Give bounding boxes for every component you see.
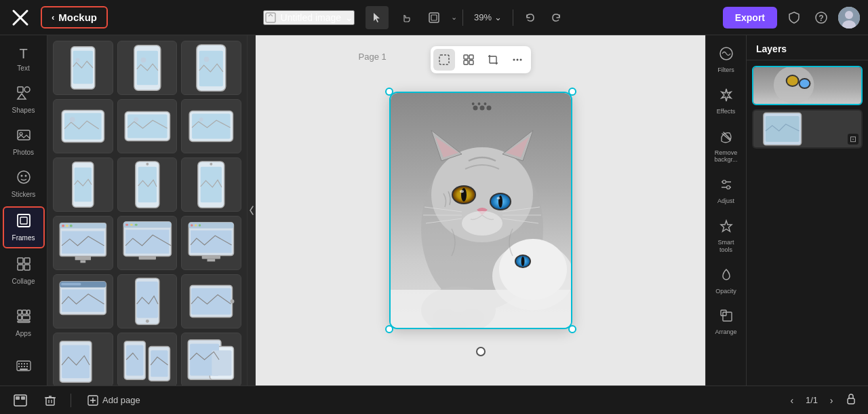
layout-tool-button[interactable] [422,6,446,29]
topbar-tools: ⌄ 39% ⌄ [366,6,568,29]
frame-thumb-12[interactable] [181,216,241,270]
effects-tool[interactable]: Effects [709,82,744,121]
svg-rect-35 [18,366,20,367]
svg-point-155 [479,106,484,111]
filters-tool[interactable]: Filters [709,41,744,79]
canvas-select-frame-button[interactable] [433,49,455,71]
export-button[interactable]: Export [723,7,777,29]
layer-item-2[interactable]: ⊡ [752,109,863,149]
frames-icon [16,213,31,231]
frame-thumb-9[interactable] [181,157,241,212]
selection-handle-br[interactable] [568,325,576,333]
arrange-tool[interactable]: Arrange [709,303,744,341]
svg-rect-47 [199,51,223,87]
frame-thumb-15[interactable] [181,274,241,328]
zoom-selector[interactable]: 39% ⌄ [469,10,507,25]
bottom-divider [71,394,71,407]
adjust-tool[interactable]: Adjust [709,172,744,210]
next-page-button[interactable]: › [823,392,840,409]
frame-thumb-11[interactable] [117,216,178,270]
svg-rect-50 [64,113,102,140]
selection-handle-tl[interactable] [385,88,393,96]
frame-thumb-7[interactable] [53,157,113,212]
svg-rect-29 [18,321,30,322]
canvas-more-button[interactable] [507,49,528,71]
sidebar-item-photos[interactable]: Photos [3,122,45,162]
rotation-handle[interactable] [476,347,486,356]
frame-thumb-8[interactable] [117,157,178,212]
sidebar: T Text Shapes Photos [0,35,47,385]
frame-thumb-1[interactable] [53,41,113,95]
frame-thumb-14[interactable] [117,274,178,328]
sidebar-item-frames[interactable]: Frames [3,206,45,248]
svg-rect-103 [126,345,143,376]
layer-item-1[interactable] [752,66,863,105]
right-tools-panel: Filters Effects Remove backgr... [705,35,746,385]
prev-page-button[interactable]: ‹ [784,392,800,409]
svg-point-12 [24,87,30,92]
page-indicator: 1/1 [806,395,818,405]
svg-rect-174 [16,396,20,400]
svg-rect-83 [191,224,193,226]
file-title: Untitled image [281,12,342,23]
svg-rect-11 [18,87,23,92]
frame-thumb-17[interactable] [117,333,178,385]
svg-point-131 [461,188,467,202]
svg-rect-104 [151,350,167,377]
file-chevron-icon: ⌄ [345,12,353,23]
frame-thumb-4[interactable] [53,99,113,153]
undo-button[interactable] [519,6,542,29]
svg-point-9 [845,11,853,19]
canvas-scroll[interactable] [256,35,705,385]
file-menu-button[interactable]: Untitled image ⌄ [263,10,355,25]
delete-page-button[interactable] [41,391,60,410]
shield-button[interactable] [784,7,804,28]
redo-button[interactable] [545,6,568,29]
add-page-button[interactable]: Add page [82,392,146,409]
sidebar-item-shapes[interactable]: Shapes [3,80,45,119]
frame-thumb-2[interactable] [117,41,178,95]
canvas-grid-button[interactable] [458,49,479,71]
panel-collapse-handle[interactable] [248,35,256,385]
frame-thumb-6[interactable] [181,99,241,153]
filters-label: Filters [717,67,734,74]
sidebar-item-text[interactable]: T Text [3,41,45,77]
layers-list: ⊡ [747,60,868,154]
svg-point-156 [486,106,491,111]
sidebar-item-collage[interactable]: Collage [3,251,45,290]
avatar[interactable] [838,7,860,29]
frame-thumb-10[interactable] [53,216,113,270]
remove-bg-tool[interactable]: Remove backgr... [709,124,744,170]
lock-button[interactable] [845,393,857,408]
cursor-tool-button[interactable] [366,6,389,29]
selection-handle-tr[interactable] [568,88,576,96]
svg-rect-92 [62,289,104,312]
sidebar-item-apps[interactable]: Apps [3,303,45,343]
svg-rect-33 [24,363,25,364]
frame-thumb-5[interactable] [117,99,178,153]
svg-rect-110 [464,55,468,59]
page-thumbnail-button[interactable] [11,391,30,410]
effects-label: Effects [717,108,735,115]
svg-rect-175 [21,396,25,400]
mockup-button[interactable]: ‹ Mockup [41,6,108,29]
frame-thumb-3[interactable] [181,41,241,95]
phone-frame[interactable] [389,92,572,329]
hand-tool-button[interactable] [394,6,417,29]
selection-handle-bl[interactable] [385,325,393,333]
frame-element-wrapper[interactable] [389,92,572,329]
frame-thumb-16[interactable] [53,333,113,385]
svg-point-132 [460,190,464,193]
frames-panel [47,35,248,385]
opacity-tool[interactable]: Opacity [709,262,744,301]
smart-tools-tool[interactable]: Smart tools [709,213,744,259]
main: T Text Shapes Photos [0,35,868,385]
help-button[interactable]: ? [811,7,831,28]
frame-thumb-13[interactable] [53,274,113,328]
sidebar-item-stickers[interactable]: Stickers [3,164,45,204]
canvas-crop-button[interactable] [482,49,504,71]
sidebar-item-keyboard[interactable] [3,354,45,380]
add-page-label: Add page [102,395,140,405]
svg-rect-114 [490,56,496,63]
frame-thumb-18[interactable] [181,333,241,385]
